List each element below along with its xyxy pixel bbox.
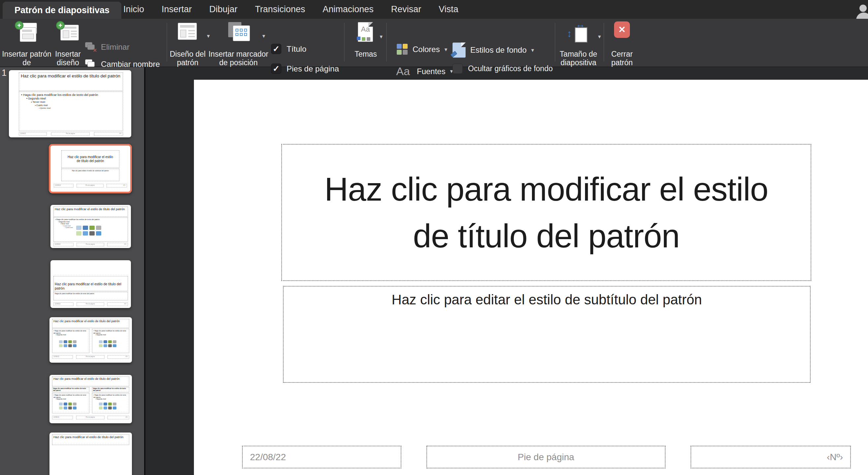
ribbon-separator	[386, 23, 387, 62]
title-checkbox-row[interactable]: ✓ Título	[271, 44, 306, 54]
tab-revisar[interactable]: Revisar	[391, 4, 422, 14]
footers-checkbox[interactable]: ✓	[271, 64, 281, 74]
slide-size-dropdown-icon[interactable]: ▾	[598, 33, 601, 41]
subtitle-placeholder[interactable]: Haz clic para editar el estilo de subtít…	[283, 286, 811, 383]
colors-dropdown-icon[interactable]: ▾	[444, 46, 447, 53]
insert-placeholder-button[interactable]: ▾ Insertar marcador de posición	[209, 21, 269, 66]
slide-editing-area[interactable]: Haz clic para modificar el estilo de tít…	[194, 80, 868, 475]
fonts-button[interactable]: Aa Fuentes ▾	[394, 65, 453, 78]
colors-icon	[397, 44, 408, 55]
ribbon-separator	[555, 23, 555, 62]
themes-dropdown-icon[interactable]: ▾	[380, 33, 382, 41]
content-placeholder-icons	[59, 403, 76, 409]
master-layout-button[interactable]: ▾ Diseño del patrón	[167, 21, 208, 66]
ribbon-separator	[603, 23, 604, 62]
powerpoint-window: Patrón de diapositivas Inicio Insertar D…	[0, 0, 868, 475]
tab-animaciones[interactable]: Animaciones	[322, 4, 374, 14]
content-placeholder-icons	[99, 340, 116, 347]
content-placeholder-icons	[76, 226, 101, 236]
footer-placeholder[interactable]: Pie de página	[426, 446, 665, 468]
tab-vista[interactable]: Vista	[439, 4, 458, 14]
slide-size-button[interactable]: ↔ ↕ ▾ Tamaño de diapositiva	[556, 21, 601, 66]
tab-inicio[interactable]: Inicio	[123, 4, 144, 14]
thumbnail-title-only[interactable]: Haz clic para modificar el estilo de tít…	[50, 433, 132, 475]
master-layout-icon	[178, 22, 197, 41]
colors-button[interactable]: Colores ▾	[397, 44, 447, 55]
tab-slide-master[interactable]: Patrón de diapositivas	[3, 2, 121, 19]
footers-checkbox-row[interactable]: ✓ Pies de página	[271, 64, 339, 74]
plus-badge-icon: +	[56, 21, 65, 30]
background-styles-dropdown-icon[interactable]: ▾	[531, 47, 534, 54]
insert-slide-master-icon: +	[16, 22, 38, 46]
insert-placeholder-dropdown-icon[interactable]: ▾	[262, 32, 265, 40]
ribbon-tabs: Inicio Insertar Dibujar Transiciones Ani…	[123, 0, 458, 19]
delete-icon: ✕	[85, 42, 96, 52]
close-master-button[interactable]: ✕ Cerrar patrón	[606, 21, 639, 66]
slide-size-icon: ↔ ↕	[567, 22, 589, 44]
date-placeholder[interactable]: 22/08/22	[242, 446, 401, 468]
account-person-icon[interactable]	[856, 4, 868, 19]
themes-icon: Aa	[358, 22, 374, 43]
insert-slide-master-button[interactable]: + Insertar patrón de diapositivas	[2, 21, 52, 66]
thumbnail-section-header[interactable]: Haz clic para modificar el estilo de tít…	[51, 260, 131, 308]
hide-background-checkbox[interactable]	[453, 64, 463, 74]
ribbon-separator	[344, 23, 345, 62]
delete-button[interactable]: ✕ Eliminar	[85, 40, 130, 54]
slide-number-placeholder[interactable]: ‹Nº›	[690, 446, 851, 468]
insert-layout-icon: +	[57, 22, 79, 46]
themes-button[interactable]: Aa ▾ Temas	[345, 21, 386, 66]
thumbnail-two-content[interactable]: Haz clic para modificar el estilo de tít…	[50, 317, 132, 363]
panel-divider	[144, 67, 146, 475]
background-styles-button[interactable]: Estilos de fondo ▾	[453, 42, 534, 58]
ribbon: + Insertar patrón de diapositivas + Inse…	[0, 19, 868, 67]
title-placeholder[interactable]: Haz clic para modificar el estilo de tít…	[281, 144, 811, 281]
plus-badge-icon: +	[15, 21, 23, 30]
fonts-icon: Aa	[394, 65, 412, 78]
ribbon-tab-bar: Patrón de diapositivas Inicio Insertar D…	[0, 0, 868, 19]
master-number-label: 1	[2, 68, 7, 78]
tab-dibujar[interactable]: Dibujar	[209, 4, 238, 14]
tab-insertar[interactable]: Insertar	[162, 4, 192, 14]
insert-layout-button[interactable]: + Insertar diseño	[52, 21, 84, 66]
thumbnail-comparison[interactable]: Haz clic para modificar el estilo de tít…	[50, 375, 132, 423]
content-placeholder-icons	[99, 403, 116, 409]
background-styles-icon	[453, 42, 466, 58]
ribbon-separator	[166, 23, 167, 62]
insert-placeholder-icon	[225, 22, 251, 42]
thumbnail-title-and-content[interactable]: Haz clic para modificar el estilo de tít…	[51, 205, 131, 248]
tab-transiciones[interactable]: Transiciones	[255, 4, 305, 14]
thumbnail-master[interactable]: Haz clic para modificar el estilo de tít…	[9, 70, 131, 137]
content-placeholder-icons	[59, 340, 76, 347]
close-master-icon: ✕	[614, 22, 630, 38]
hide-background-checkbox-row[interactable]: Ocultar gráficos de fondo	[453, 64, 553, 74]
title-checkbox[interactable]: ✓	[271, 44, 281, 54]
thumbnail-title-slide-selected[interactable]: Haz clic para modificar el estilo de tít…	[49, 144, 132, 193]
